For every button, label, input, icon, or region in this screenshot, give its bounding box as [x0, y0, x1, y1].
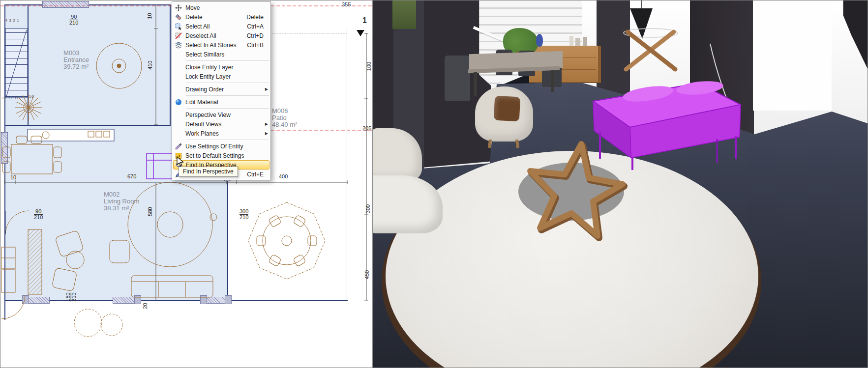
- menu-item-label: Move: [183, 4, 257, 11]
- menu-item-move[interactable]: Move: [172, 3, 270, 12]
- room-label-patio: M006Patio48.40 m²: [272, 108, 297, 128]
- menu-item-label: Use Settings Of Entity: [183, 143, 257, 150]
- menu-shortcut: Ctrl+B: [240, 42, 264, 49]
- menu-shortcut: Ctrl+A: [240, 23, 264, 30]
- tooltip: Find In Perspective: [179, 167, 238, 177]
- menu-item-perspective-view[interactable]: Perspective View: [172, 110, 270, 119]
- dimension-label: 410: [148, 60, 153, 69]
- stairs: [5, 28, 28, 97]
- story-marker-icon: [357, 30, 364, 36]
- blank-icon: [174, 73, 183, 80]
- deselect-all-icon: [174, 32, 183, 39]
- menu-item-label: Select In All Stories: [183, 42, 240, 49]
- white-armchair: [474, 82, 535, 146]
- eraser-icon: [174, 13, 183, 21]
- brown-pillow: [494, 96, 521, 122]
- menu-item-label: Deselect All: [183, 32, 240, 39]
- menu-separator: [186, 140, 269, 140]
- menu-item-label: Select Similars: [183, 51, 257, 58]
- menu-item-use-settings-of-entity[interactable]: Use Settings Of Entity: [172, 142, 270, 151]
- room-label-living-room: M002Living Room38.31 m²: [104, 191, 139, 212]
- x-stool: [624, 28, 678, 69]
- ruler-label: 300: [365, 204, 371, 213]
- mouse-cursor-icon: [176, 156, 186, 167]
- blank-icon: [174, 85, 183, 93]
- menu-item-close-entity-layer[interactable]: Close Entity Layer: [172, 62, 270, 72]
- ruler-label: 355: [342, 1, 351, 7]
- stair-number-label: 4 3 2 1: [5, 19, 19, 22]
- dimension-label: 90210: [69, 14, 78, 26]
- menu-item-lock-entity-layer[interactable]: Lock Entity Layer: [172, 72, 270, 81]
- menu-separator: [186, 60, 269, 61]
- stair-number-label: 16: [29, 95, 34, 98]
- menu-item-label: Drawing Order: [183, 86, 257, 93]
- stories-icon: [174, 41, 183, 49]
- blank-icon: [174, 111, 183, 118]
- menu-item-label: Perspective View: [183, 112, 257, 118]
- ruler-label: 205: [362, 125, 371, 131]
- menu-item-label: Edit Material: [183, 99, 257, 106]
- menu-item-set-to-default-settings[interactable]: Set to Default Settings: [172, 151, 270, 160]
- menu-shortcut: Delete: [239, 14, 264, 21]
- menu-item-label: Work Planes: [183, 130, 257, 137]
- dimension-label: 400: [279, 174, 288, 179]
- dimension-label: 20: [143, 303, 148, 309]
- material-icon: [174, 98, 183, 106]
- blank-icon: [174, 51, 183, 58]
- menu-item-deselect-all[interactable]: Deselect AllCtrl+D: [172, 31, 270, 40]
- blank-icon: [174, 63, 183, 71]
- selected-daybed-3d[interactable]: [593, 79, 741, 170]
- select-all-icon: [174, 23, 183, 30]
- menu-item-drawing-order[interactable]: Drawing Order▶: [172, 85, 270, 94]
- submenu-arrow-icon: ▶: [264, 87, 268, 91]
- blank-icon: [174, 130, 183, 137]
- menu-separator: [186, 95, 269, 96]
- menu-separator: [186, 108, 269, 109]
- menu-shortcut: Ctrl+D: [240, 32, 264, 39]
- menu-item-label: Set to Default Settings: [183, 152, 257, 159]
- menu-item-default-views[interactable]: Default Views▶: [172, 119, 270, 129]
- menu-item-select-all[interactable]: Select AllCtrl+A: [172, 22, 270, 31]
- submenu-arrow-icon: ▶: [264, 122, 268, 126]
- menu-item-label: Close Entity Layer: [183, 64, 257, 71]
- dimension-label: 10: [10, 175, 16, 180]
- patio-table: [248, 202, 325, 279]
- furniture: [1, 43, 325, 337]
- menu-item-select-similars[interactable]: Select Similars: [172, 50, 270, 59]
- dimension-label: 10: [147, 13, 152, 19]
- room-label-entrance: M003Entrance39.72 m²: [63, 50, 89, 70]
- ruler-label: 1: [362, 16, 367, 25]
- menu-separator: [186, 83, 269, 83]
- dimension-label: 180210: [65, 292, 77, 301]
- menu-item-label: Select All: [183, 23, 240, 30]
- menu-item-label: Lock Entity Layer: [183, 73, 257, 80]
- ruler-label: 100: [366, 62, 372, 71]
- dimension-label: 580: [148, 207, 153, 216]
- dimension-label: 670: [127, 174, 136, 179]
- eyedropper-icon: [174, 142, 183, 150]
- blank-icon: [174, 120, 183, 128]
- dimension-label: 90210: [34, 209, 43, 220]
- menu-item-work-planes[interactable]: Work Planes▶: [172, 129, 270, 138]
- stair-number-label: 13 12 11: [2, 96, 19, 100]
- overlay-objects: [373, 0, 868, 368]
- star-sculpture: [530, 144, 624, 238]
- panel-divider[interactable]: [372, 0, 373, 368]
- move-icon: [174, 4, 183, 11]
- perspective-viewport[interactable]: [373, 0, 868, 368]
- menu-item-edit-material[interactable]: Edit Material: [172, 97, 270, 107]
- menu-item-delete[interactable]: DeleteDelete: [172, 12, 270, 22]
- application-window: M003Entrance39.72 m² M006Patio48.40 m² M…: [0, 0, 868, 368]
- dimension-label: 300210: [239, 209, 248, 220]
- context-menu: MoveDeleteDeleteSelect AllCtrl+ADeselect…: [172, 1, 271, 180]
- menu-item-select-in-all-stories[interactable]: Select In All StoriesCtrl+B: [172, 40, 270, 50]
- submenu-arrow-icon: ▶: [264, 131, 268, 136]
- ruler-label: 450: [364, 270, 370, 279]
- menu-item-label: Delete: [183, 14, 239, 21]
- menu-item-label: Default Views: [183, 121, 257, 128]
- menu-shortcut: Ctrl+E: [240, 171, 264, 178]
